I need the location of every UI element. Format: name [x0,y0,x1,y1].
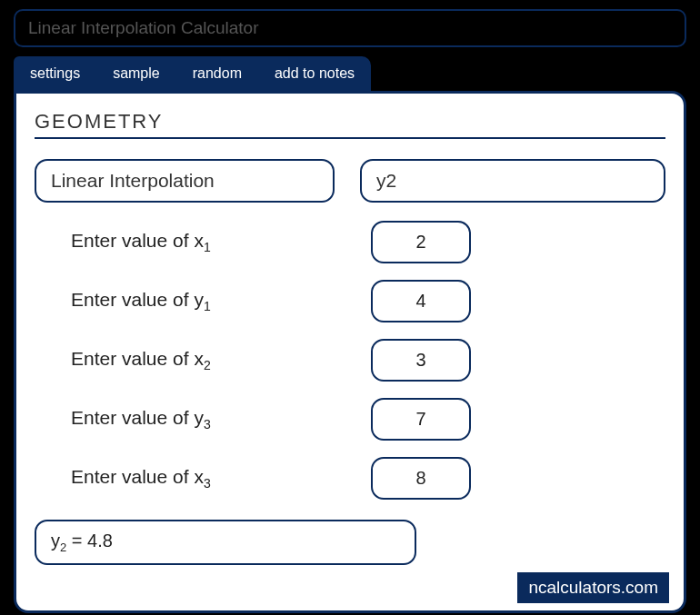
row-x1: Enter value of x1 [35,221,665,263]
row-x3: Enter value of x3 [35,457,665,500]
method-selector[interactable]: Linear Interpolation [35,159,335,203]
row-y3: Enter value of y3 [35,398,665,441]
tab-bar: settings sample random add to notes [14,56,686,91]
input-y3[interactable] [371,398,471,441]
input-y1[interactable] [371,280,471,322]
label-x2: Enter value of x2 [35,348,371,372]
watermark: ncalculators.com [517,572,669,603]
tab-random[interactable]: random [176,56,258,91]
calculator-panel: GEOMETRY Linear Interpolation y2 Enter v… [14,91,686,613]
label-y3: Enter value of y3 [35,407,371,431]
page-title: Linear Interpolation Calculator [14,9,686,47]
label-x3: Enter value of x3 [35,466,371,491]
tab-add-to-notes[interactable]: add to notes [258,56,371,91]
label-y1: Enter value of y1 [35,289,371,313]
input-x3[interactable] [371,457,471,500]
section-header: GEOMETRY [35,110,665,139]
target-selector[interactable]: y2 [360,159,665,203]
tab-settings[interactable]: settings [14,56,96,91]
input-x1[interactable] [371,221,471,263]
selector-row: Linear Interpolation y2 [35,159,665,203]
row-y1: Enter value of y1 [35,280,665,322]
label-x1: Enter value of x1 [35,230,371,254]
input-x2[interactable] [371,339,471,382]
result-output: y2 = 4.8 [35,520,416,565]
tab-sample[interactable]: sample [96,56,176,91]
row-x2: Enter value of x2 [35,339,665,382]
